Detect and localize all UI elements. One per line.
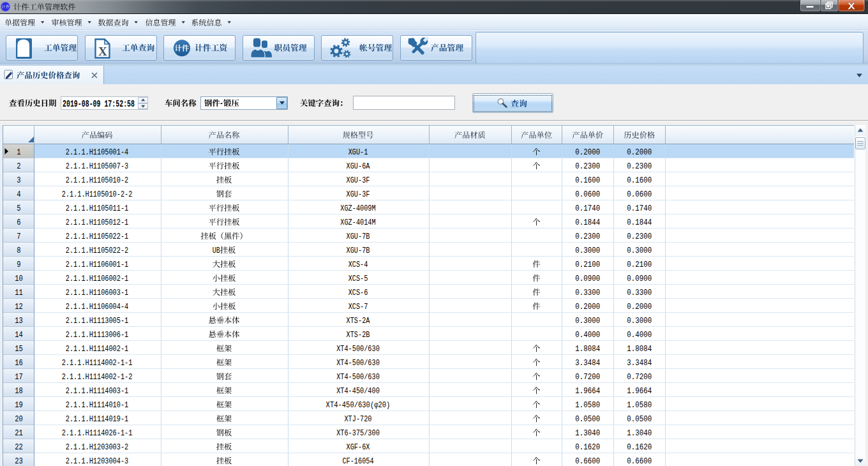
svg-text:2.1.1.H1105012-1: 2.1.1.H1105012-1 [66, 218, 128, 227]
svg-text:1.3040: 1.3040 [575, 429, 600, 438]
svg-text:0.2300: 0.2300 [575, 162, 600, 171]
svg-text:0.1600: 0.1600 [627, 176, 652, 185]
svg-text:0.0900: 0.0900 [627, 274, 652, 283]
svg-text:0.3000: 0.3000 [575, 317, 600, 326]
svg-text:XGZ-4009M: XGZ-4009M [340, 204, 375, 213]
svg-text:0.1620: 0.1620 [627, 443, 652, 452]
svg-text:15: 15 [15, 344, 23, 354]
svg-text:0.0500: 0.0500 [575, 415, 600, 424]
svg-text:0.1740: 0.1740 [627, 204, 652, 213]
svg-text:2.1.1.H1203003-2: 2.1.1.H1203003-2 [66, 443, 128, 452]
svg-text:0.2300: 0.2300 [575, 232, 600, 241]
svg-text:2.1.1.H1105010-2: 2.1.1.H1105010-2 [66, 176, 128, 185]
svg-text:10: 10 [15, 274, 23, 283]
svg-text:21: 21 [15, 428, 23, 438]
svg-text:2.1.1.H1113005-1: 2.1.1.H1113005-1 [66, 317, 128, 326]
svg-text:0.4000: 0.4000 [575, 331, 600, 340]
svg-text:4: 4 [17, 190, 20, 199]
svg-text:1.3040: 1.3040 [627, 429, 652, 438]
svg-text:XT4-500/630: XT4-500/630 [336, 373, 380, 382]
svg-text:XCS-4: XCS-4 [348, 260, 368, 269]
svg-text:0.6600: 0.6600 [627, 457, 652, 466]
svg-text:0.0600: 0.0600 [627, 190, 652, 199]
svg-text:2.1.1.H1114002-1-1: 2.1.1.H1114002-1-1 [62, 359, 133, 368]
svg-text:2.1.1.H1114002-1-2: 2.1.1.H1114002-1-2 [62, 373, 133, 382]
svg-text:14: 14 [15, 330, 23, 340]
svg-text:XCS-6: XCS-6 [348, 289, 368, 297]
svg-text:22: 22 [15, 442, 23, 452]
svg-text:2.1.1.H1105022-1: 2.1.1.H1105022-1 [66, 232, 128, 241]
svg-text:XTJ-720: XTJ-720 [344, 415, 371, 424]
svg-text:1.8084: 1.8084 [627, 345, 652, 354]
svg-text:1.0580: 1.0580 [575, 401, 600, 410]
svg-text:XTS-2A: XTS-2A [347, 317, 370, 326]
svg-text:3.3484: 3.3484 [627, 359, 652, 368]
svg-text:0.2000: 0.2000 [627, 148, 652, 157]
svg-text:1.8084: 1.8084 [575, 345, 600, 354]
svg-text:0.3000: 0.3000 [627, 246, 652, 255]
svg-text:2.1.1.H1105007-3: 2.1.1.H1105007-3 [66, 162, 128, 171]
svg-text:6: 6 [17, 218, 20, 227]
svg-text:0.1740: 0.1740 [575, 204, 600, 213]
svg-text:2.1.1.H1105022-2: 2.1.1.H1105022-2 [66, 246, 128, 255]
svg-text:XGU-3F: XGU-3F [347, 176, 370, 185]
svg-text:0.2100: 0.2100 [627, 260, 652, 269]
svg-text:3: 3 [17, 176, 20, 185]
svg-text:13: 13 [15, 316, 23, 326]
svg-text:UB: UB [213, 246, 220, 255]
svg-text:0.3300: 0.3300 [627, 289, 652, 297]
svg-text:0.0600: 0.0600 [575, 190, 600, 199]
svg-text:1.0580: 1.0580 [627, 401, 652, 410]
svg-text:2.1.1.H1113006-1: 2.1.1.H1113006-1 [66, 331, 128, 340]
svg-text:XGU-7B: XGU-7B [347, 246, 370, 255]
svg-text:CF-16054: CF-16054 [342, 457, 373, 466]
svg-text:XT4-500/630: XT4-500/630 [336, 345, 380, 354]
svg-text:2.1.1.H1203004-3: 2.1.1.H1203004-3 [66, 457, 128, 466]
svg-text:1.9664: 1.9664 [575, 387, 600, 396]
svg-text:0.1844: 0.1844 [627, 218, 652, 227]
svg-text:XGF-6X: XGF-6X [347, 443, 370, 452]
svg-text:0.0500: 0.0500 [627, 415, 652, 424]
svg-text:2.1.1.H1114019-1: 2.1.1.H1114019-1 [66, 415, 128, 424]
svg-text:XGU-3F: XGU-3F [347, 190, 370, 199]
svg-text:20: 20 [15, 414, 23, 424]
svg-text:2.1.1.H1114002-1: 2.1.1.H1114002-1 [66, 345, 128, 354]
svg-text:0.7200: 0.7200 [575, 373, 600, 382]
svg-text:2.1.1.H1106001-1: 2.1.1.H1106001-1 [66, 260, 128, 269]
svg-text:XGZ-4014M: XGZ-4014M [340, 218, 375, 227]
svg-text:X: X [98, 45, 107, 58]
svg-text:XT4-500/630: XT4-500/630 [336, 359, 380, 368]
svg-text:9: 9 [17, 260, 20, 269]
svg-text:3.3484: 3.3484 [575, 359, 600, 368]
svg-text:-: - [220, 99, 223, 109]
svg-text:0.6600: 0.6600 [575, 457, 600, 466]
svg-text:XT6-375/300: XT6-375/300 [336, 429, 380, 438]
svg-text:0.1844: 0.1844 [575, 218, 600, 227]
svg-text:17: 17 [15, 372, 23, 382]
svg-text:5: 5 [17, 204, 20, 213]
svg-text:11: 11 [15, 288, 23, 297]
svg-text:2019-08-09 17:52:58: 2019-08-09 17:52:58 [63, 99, 135, 109]
svg-text:2.1.1.H1105001-4: 2.1.1.H1105001-4 [66, 148, 128, 157]
svg-text:16: 16 [15, 358, 23, 368]
svg-text:0.3000: 0.3000 [575, 246, 600, 255]
svg-text:0.4000: 0.4000 [627, 331, 652, 340]
svg-text:XT4-450/630(φ20): XT4-450/630(φ20) [326, 401, 391, 410]
svg-text:XTS-2B: XTS-2B [347, 331, 370, 340]
svg-text:23: 23 [15, 456, 23, 466]
svg-text:0.0900: 0.0900 [575, 274, 600, 283]
svg-text:2.1.1.H1114026-1-1: 2.1.1.H1114026-1-1 [62, 429, 133, 438]
svg-text:0.7200: 0.7200 [627, 373, 652, 382]
svg-text:1.9664: 1.9664 [627, 387, 652, 396]
svg-text:12: 12 [15, 302, 23, 312]
svg-text:XGU-6A: XGU-6A [347, 162, 370, 171]
svg-text:2.1.1.H1114010-1: 2.1.1.H1114010-1 [66, 401, 128, 410]
svg-text:2.1.1.H1106004-4: 2.1.1.H1106004-4 [66, 303, 128, 312]
svg-text:19: 19 [15, 400, 23, 410]
svg-text:1: 1 [17, 147, 20, 157]
svg-text:XGU-7B: XGU-7B [347, 232, 370, 241]
svg-text:XT4-450/400: XT4-450/400 [336, 387, 380, 396]
svg-text:2.1.1.H1105010-2-2: 2.1.1.H1105010-2-2 [62, 190, 133, 199]
svg-text:2.1.1.H1114003-1: 2.1.1.H1114003-1 [66, 387, 128, 396]
svg-text:2.1.1.H1106003-1: 2.1.1.H1106003-1 [66, 289, 128, 297]
